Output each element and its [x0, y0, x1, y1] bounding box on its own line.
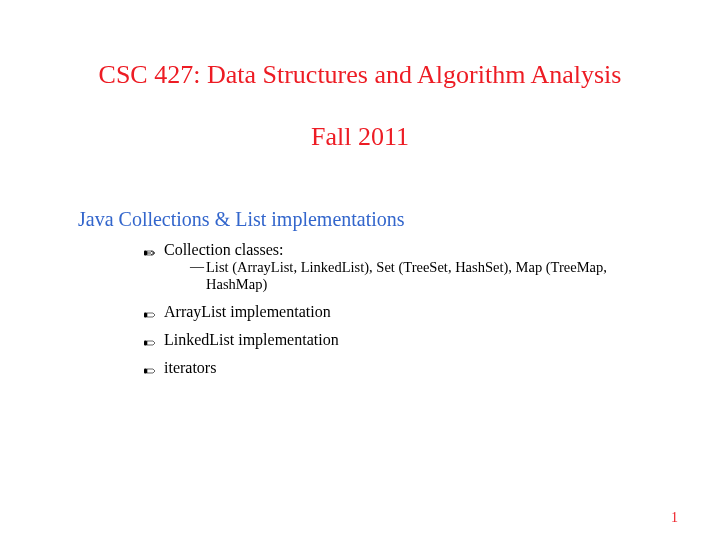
svg-rect-1 [144, 313, 147, 318]
svg-rect-2 [144, 341, 147, 346]
slide-title-line-2: Fall 2011 [50, 122, 670, 152]
bullet-list: Collection classes: — List (ArrayList, L… [144, 241, 670, 377]
sub-bullet-text: List (ArrayList, LinkedList), Set (TreeS… [206, 259, 607, 292]
bullet-text: ArrayList implementation [164, 303, 331, 320]
slide-subtitle: Java Collections & List implementations [78, 208, 670, 231]
slide-title-line-1: CSC 427: Data Structures and Algorithm A… [50, 60, 670, 90]
bullet-text: Collection classes: [164, 241, 284, 258]
svg-rect-3 [144, 369, 147, 374]
hand-icon [144, 334, 156, 344]
svg-rect-0 [144, 251, 147, 256]
hand-icon [144, 306, 156, 316]
hand-icon [144, 362, 156, 372]
list-item: Collection classes: — List (ArrayList, L… [144, 241, 670, 293]
sub-list-item: — List (ArrayList, LinkedList), Set (Tre… [190, 259, 670, 293]
bullet-text: LinkedList implementation [164, 331, 339, 348]
slide-container: CSC 427: Data Structures and Algorithm A… [0, 0, 720, 548]
list-item: LinkedList implementation [144, 331, 670, 349]
list-item: ArrayList implementation [144, 303, 670, 321]
bullet-text: iterators [164, 359, 216, 376]
dash-icon: — [190, 259, 204, 275]
hand-icon [144, 244, 156, 254]
list-item: iterators [144, 359, 670, 377]
page-number: 1 [671, 510, 678, 526]
